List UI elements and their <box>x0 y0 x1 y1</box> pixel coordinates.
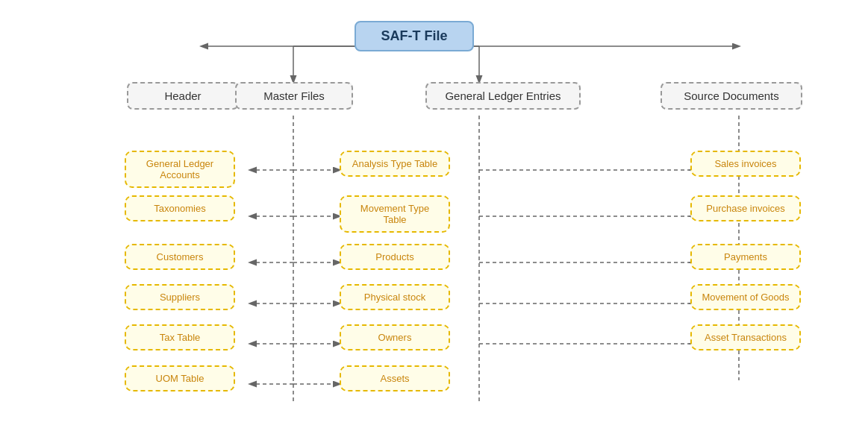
node-source-docs: Source Documents <box>661 82 802 110</box>
root-label: SAF-T File <box>381 28 448 43</box>
root-node: SAF-T File <box>355 21 474 51</box>
node-tax-table: Tax Table <box>125 324 235 350</box>
node-analysis-type: Analysis Type Table <box>340 151 450 177</box>
node-purchase-invoices: Purchase invoices <box>690 195 801 221</box>
node-customers: Customers <box>125 244 235 270</box>
node-taxonomies: Taxonomies <box>125 195 235 221</box>
node-sales-invoices: Sales invoices <box>690 151 801 177</box>
node-uom-table: UOM Table <box>125 365 235 391</box>
node-owners: Owners <box>340 324 450 350</box>
node-header: Header <box>127 82 239 110</box>
node-movement-goods: Movement of Goods <box>690 284 801 310</box>
node-movement-type: Movement Type Table <box>340 195 450 233</box>
node-physical-stock: Physical stock <box>340 284 450 310</box>
node-gl-accounts: General Ledger Accounts <box>125 151 235 188</box>
node-master-files: Master Files <box>235 82 353 110</box>
node-assets: Assets <box>340 365 450 391</box>
node-gl-entries: General Ledger Entries <box>425 82 581 110</box>
node-payments: Payments <box>690 244 801 270</box>
diagram-container: SAF-T File Header Master Files General L… <box>0 0 868 431</box>
node-asset-transactions: Asset Transactions <box>690 324 801 350</box>
node-suppliers: Suppliers <box>125 284 235 310</box>
node-products: Products <box>340 244 450 270</box>
